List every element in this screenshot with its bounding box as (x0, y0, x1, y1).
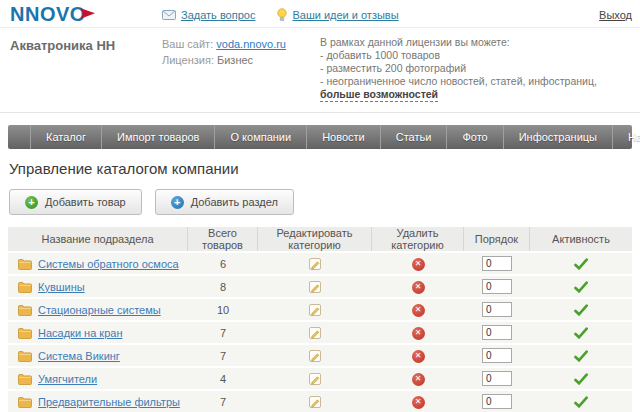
folder-icon (18, 373, 32, 385)
license-label: Лицензия: (162, 54, 214, 66)
nav-item[interactable]: Импорт товаров (102, 125, 215, 149)
logout-wrap: Выход (599, 9, 632, 21)
ask-question-link[interactable]: Задать вопрос (162, 9, 255, 21)
logo-flag-icon (79, 6, 97, 21)
col-header-edit: Редактировать категорию (258, 227, 372, 251)
folder-icon (18, 258, 32, 270)
table-row: Кувшины 8 ✕ (8, 276, 632, 297)
order-input[interactable] (482, 348, 512, 363)
license-info-block: В рамках данной лицензии вы можете: - до… (320, 36, 632, 102)
edit-pencil-icon (308, 303, 322, 317)
col-header-active: Активность (530, 227, 632, 251)
folder-icon (18, 281, 32, 293)
account-info-row: Акватроника НН Ваш сайт: voda.nnovo.ru Л… (0, 28, 640, 113)
active-check-icon[interactable] (574, 373, 588, 385)
folder-icon (18, 396, 32, 408)
edit-category-button[interactable] (308, 303, 322, 317)
plus-circle-blue-icon: + (171, 196, 184, 209)
delete-category-button[interactable]: ✕ (412, 327, 425, 340)
folder-icon (18, 350, 32, 362)
add-section-label: Добавить раздел (191, 196, 278, 208)
total-products-value: 8 (188, 276, 258, 297)
table-row: Системы обратного осмоса 6 ✕ (8, 253, 632, 274)
category-link[interactable]: Стационарные системы (38, 304, 161, 316)
categories-table: Название подраздела Всего товаров Редакт… (8, 225, 632, 412)
license-item: - добавить 1000 товаров (320, 49, 632, 62)
top-links: Задать вопрос Ваши идеи и отзывы (162, 8, 399, 22)
delete-category-button[interactable]: ✕ (412, 396, 425, 409)
license-item: - разместить 200 фотографий (320, 62, 632, 75)
edit-category-button[interactable] (308, 257, 322, 271)
nav-item[interactable]: Статьи (381, 125, 448, 149)
add-section-button[interactable]: + Добавить раздел (155, 189, 294, 215)
more-features-link[interactable]: больше возможностей (320, 88, 438, 102)
logout-link[interactable]: Выход (599, 9, 632, 21)
edit-category-button[interactable] (308, 280, 322, 294)
nav-item[interactable]: Новости (307, 125, 381, 149)
active-check-icon[interactable] (574, 304, 588, 316)
edit-category-button[interactable] (308, 395, 322, 409)
logo-text: NNOVO (10, 3, 86, 26)
folder-icon (18, 327, 32, 339)
nav-item[interactable]: Каталог (30, 125, 102, 149)
edit-pencil-icon (308, 326, 322, 340)
col-header-name: Название подраздела (8, 227, 188, 251)
total-products-value: 7 (188, 345, 258, 366)
total-products-value: 10 (188, 299, 258, 320)
col-header-order: Порядок (464, 227, 530, 251)
nav-item[interactable]: О компании (215, 125, 307, 149)
active-check-icon[interactable] (574, 258, 588, 270)
order-input[interactable] (482, 279, 512, 294)
order-input[interactable] (482, 325, 512, 340)
delete-category-button[interactable]: ✕ (412, 281, 425, 294)
active-check-icon[interactable] (574, 281, 588, 293)
add-product-label: Добавить товар (45, 196, 126, 208)
ideas-feedback-label[interactable]: Ваши идеи и отзывы (292, 9, 398, 21)
edit-category-button[interactable] (308, 326, 322, 340)
page-title: Управление каталогом компании (9, 160, 632, 177)
toolbar: + Добавить товар + Добавить раздел (9, 189, 632, 215)
nav-item[interactable]: Настройки (613, 125, 640, 149)
nav-item[interactable]: Фото (447, 125, 503, 149)
nav-item[interactable]: Инфостраницы (504, 125, 613, 149)
ideas-feedback-link[interactable]: Ваши идеи и отзывы (277, 8, 398, 22)
edit-category-button[interactable] (308, 349, 322, 363)
delete-category-button[interactable]: ✕ (412, 258, 425, 271)
total-products-value: 6 (188, 253, 258, 274)
site-license-block: Ваш сайт: voda.nnovo.ru Лицензия: Бизнес (162, 36, 320, 102)
delete-category-button[interactable]: ✕ (412, 304, 425, 317)
lightbulb-icon (277, 8, 287, 22)
active-check-icon[interactable] (574, 350, 588, 362)
plus-circle-green-icon: + (25, 196, 38, 209)
table-row: Насадки на кран 7 ✕ (8, 322, 632, 343)
company-name: Акватроника НН (10, 36, 162, 102)
ask-question-label[interactable]: Задать вопрос (181, 9, 255, 21)
category-link[interactable]: Кувшины (38, 281, 85, 293)
category-link[interactable]: Умягчители (38, 373, 97, 385)
delete-category-button[interactable]: ✕ (412, 373, 425, 386)
order-input[interactable] (482, 256, 512, 271)
logo: NNOVO (10, 3, 162, 26)
total-products-value: 4 (188, 368, 258, 389)
table-row: Система Викинг 7 ✕ (8, 345, 632, 366)
delete-category-button[interactable]: ✕ (412, 350, 425, 363)
category-link[interactable]: Системы обратного осмоса (38, 258, 179, 270)
table-header-row: Название подраздела Всего товаров Редакт… (8, 227, 632, 251)
category-link[interactable]: Насадки на кран (38, 327, 122, 339)
edit-category-button[interactable] (308, 372, 322, 386)
site-url-link[interactable]: voda.nnovo.ru (216, 38, 286, 50)
edit-pencil-icon (308, 395, 322, 409)
edit-pencil-icon (308, 372, 322, 386)
order-input[interactable] (482, 394, 512, 409)
table-row: Стационарные системы 10 ✕ (8, 299, 632, 320)
add-product-button[interactable]: + Добавить товар (9, 189, 142, 215)
active-check-icon[interactable] (574, 327, 588, 339)
category-link[interactable]: Система Викинг (38, 350, 120, 362)
active-check-icon[interactable] (574, 396, 588, 408)
order-input[interactable] (482, 302, 512, 317)
total-products-value: 7 (188, 391, 258, 412)
category-link[interactable]: Предварительные фильтры (38, 396, 180, 408)
order-input[interactable] (482, 371, 512, 386)
license-value: Бизнес (217, 54, 253, 66)
site-label: Ваш сайт: (162, 38, 213, 50)
